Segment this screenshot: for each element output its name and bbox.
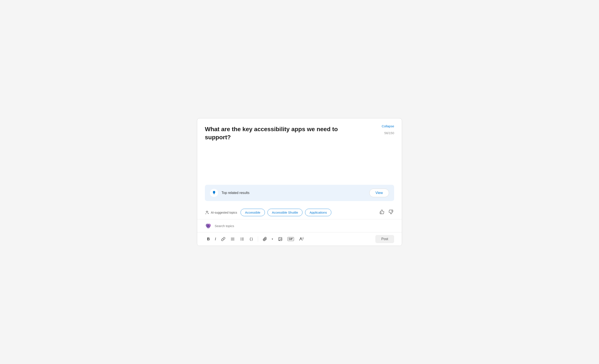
- attachment-group: ▾: [261, 236, 275, 242]
- code-button[interactable]: {}: [247, 236, 255, 242]
- italic-button[interactable]: I: [213, 236, 218, 243]
- question-title: What are the key accessibility apps we n…: [205, 125, 380, 142]
- svg-point-13: [279, 238, 280, 239]
- post-button[interactable]: Post: [375, 235, 394, 243]
- sparkle-icon: [205, 210, 209, 215]
- list-icon: [240, 237, 244, 241]
- lightbulb-icon: [210, 189, 218, 197]
- align-button[interactable]: [228, 236, 237, 242]
- thumbs-up-icon: [380, 210, 384, 214]
- ai-suggested-label: AI-suggested topics: [211, 211, 237, 214]
- gif-button[interactable]: GIF: [285, 236, 296, 242]
- collapse-button[interactable]: Collapse: [382, 124, 394, 128]
- svg-point-14: [300, 238, 302, 239]
- toolbar: B I: [197, 232, 402, 246]
- thumbs-down-button[interactable]: [388, 209, 394, 216]
- image-button[interactable]: [276, 236, 284, 242]
- topic-chip-applications[interactable]: Applications: [305, 209, 331, 216]
- svg-point-2: [207, 225, 210, 228]
- lightbulb-svg: [212, 191, 216, 195]
- bold-button[interactable]: B: [205, 236, 212, 243]
- topics-avatar-svg: [205, 222, 212, 229]
- search-topics-input[interactable]: [215, 224, 394, 228]
- thumbs-up-button[interactable]: [379, 209, 385, 216]
- topic-chip-accessible[interactable]: Accessible: [240, 209, 265, 216]
- search-topics-section: [197, 219, 402, 232]
- svg-point-11: [240, 240, 241, 240]
- svg-point-10: [240, 239, 241, 240]
- topics-avatar-icon: [205, 222, 212, 229]
- image-icon: [278, 237, 282, 241]
- related-results-bar: Top related results View: [205, 185, 394, 201]
- attachment-button[interactable]: [261, 236, 269, 242]
- link-button[interactable]: [219, 236, 228, 242]
- related-results-label: Top related results: [221, 191, 369, 195]
- align-icon: [230, 237, 235, 241]
- view-button[interactable]: View: [369, 189, 389, 197]
- thumbs-down-icon: [388, 210, 393, 214]
- topic-chip-accessible-shuttle[interactable]: Accessible Shuttle: [267, 209, 303, 216]
- attachment-dropdown-button[interactable]: ▾: [270, 236, 275, 242]
- feedback-icons: [379, 209, 394, 216]
- editor-main: Collapse 56/150 What are the key accessi…: [197, 118, 402, 205]
- mention-icon: [299, 237, 304, 241]
- char-count: 56/150: [384, 131, 394, 135]
- link-icon: [221, 237, 225, 241]
- paperclip-icon: [263, 237, 267, 241]
- svg-point-9: [240, 238, 241, 238]
- content-area[interactable]: [205, 141, 394, 180]
- list-button[interactable]: [238, 236, 246, 242]
- ai-label-group: AI-suggested topics: [205, 210, 237, 215]
- ai-topics-section: AI-suggested topics Accessible Accessibl…: [197, 204, 402, 219]
- mention-button[interactable]: [297, 235, 306, 243]
- toolbar-divider: [258, 237, 258, 242]
- editor-container: Collapse 56/150 What are the key accessi…: [197, 118, 402, 246]
